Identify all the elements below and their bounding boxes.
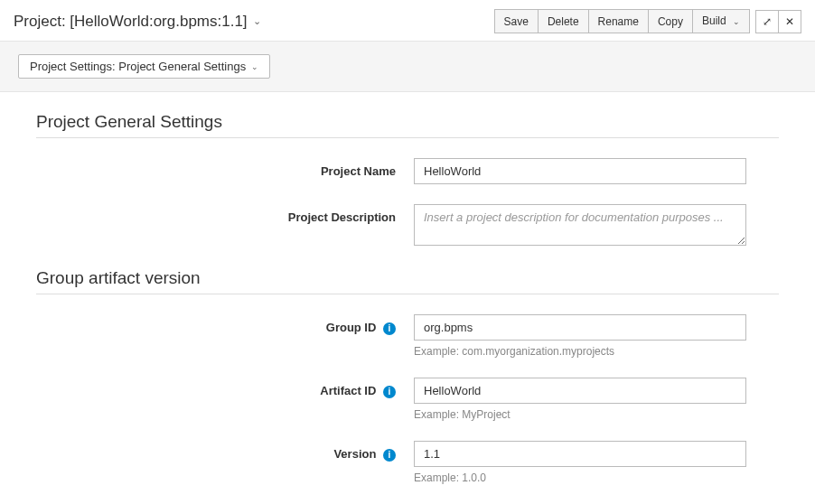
page-header: Project: [HelloWorld:org.bpms:1.1] ⌄ Sav… <box>0 0 815 41</box>
help-version: Example: 1.0.0 <box>414 471 746 484</box>
row-group-id: Group ID i Example: com.myorganization.m… <box>36 314 779 358</box>
chevron-down-icon: ⌄ <box>733 17 740 26</box>
label-version: Version i <box>36 441 414 462</box>
delete-button[interactable]: Delete <box>539 9 589 33</box>
copy-button[interactable]: Copy <box>649 9 693 33</box>
textarea-project-description[interactable] <box>414 204 746 246</box>
expand-icon[interactable]: ⤢ <box>755 10 779 33</box>
label-project-description: Project Description <box>36 204 414 224</box>
build-button-label: Build <box>702 14 726 27</box>
info-icon[interactable]: i <box>383 449 396 462</box>
window-button-group: ⤢ ✕ <box>755 10 801 33</box>
close-icon[interactable]: ✕ <box>779 10 801 33</box>
section-title-gav: Group artifact version <box>36 268 779 294</box>
label-project-name: Project Name <box>36 158 414 178</box>
rename-button[interactable]: Rename <box>589 9 649 33</box>
label-group-id: Group ID i <box>36 314 414 335</box>
row-project-description: Project Description <box>36 204 779 248</box>
input-version[interactable] <box>414 441 746 467</box>
help-group-id: Example: com.myorganization.myprojects <box>414 345 746 358</box>
project-title-dropdown[interactable]: Project: [HelloWorld:org.bpms:1.1] ⌄ <box>14 13 261 31</box>
chevron-down-icon: ⌄ <box>253 15 261 27</box>
row-version: Version i Example: 1.0.0 <box>36 441 779 484</box>
help-artifact-id: Example: MyProject <box>414 408 746 421</box>
header-actions: Save Delete Rename Copy Build ⌄ ⤢ ✕ <box>494 9 801 33</box>
action-button-group: Save Delete Rename Copy Build ⌄ <box>494 9 750 33</box>
breadcrumb-label: Project Settings: Project General Settin… <box>30 60 246 73</box>
project-title-text: Project: [HelloWorld:org.bpms:1.1] <box>14 13 248 31</box>
content-area: Project General Settings Project Name Pr… <box>0 92 815 504</box>
row-artifact-id: Artifact ID i Example: MyProject <box>36 378 779 421</box>
input-artifact-id[interactable] <box>414 378 746 404</box>
info-icon[interactable]: i <box>383 386 396 398</box>
row-project-name: Project Name <box>36 158 779 184</box>
section-title-general: Project General Settings <box>36 112 779 138</box>
input-group-id[interactable] <box>414 314 746 341</box>
label-artifact-id: Artifact ID i <box>36 378 414 398</box>
breadcrumb-bar: Project Settings: Project General Settin… <box>0 41 815 92</box>
chevron-down-icon: ⌄ <box>251 62 258 71</box>
save-button[interactable]: Save <box>494 9 539 33</box>
breadcrumb-dropdown[interactable]: Project Settings: Project General Settin… <box>18 54 270 79</box>
input-project-name[interactable] <box>414 158 746 184</box>
build-dropdown-button[interactable]: Build ⌄ <box>693 9 750 33</box>
info-icon[interactable]: i <box>383 322 396 335</box>
